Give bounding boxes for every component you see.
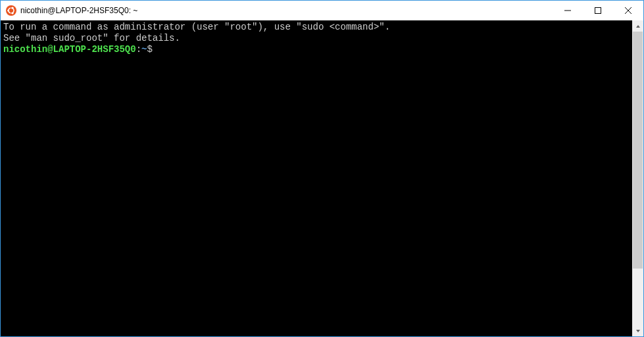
prompt-symbol: $: [147, 44, 152, 55]
svg-rect-4: [595, 8, 601, 14]
close-button[interactable]: [613, 1, 643, 20]
scrollbar-thumb[interactable]: [633, 32, 643, 269]
window-controls: [553, 1, 643, 20]
ubuntu-icon: [6, 5, 16, 16]
terminal-output-line: See "man sudo_root" for details.: [3, 33, 630, 44]
vertical-scrollbar[interactable]: [632, 20, 643, 336]
prompt-user-host: nicothin@LAPTOP-2HSF35Q0: [3, 44, 136, 55]
prompt-separator: :: [136, 44, 141, 55]
terminal[interactable]: To run a command as administrator (user …: [1, 20, 632, 336]
window-frame: nicothin@LAPTOP-2HSF35Q0: ~ To run a com…: [0, 0, 644, 337]
titlebar[interactable]: nicothin@LAPTOP-2HSF35Q0: ~: [1, 1, 643, 20]
terminal-container: To run a command as administrator (user …: [1, 20, 643, 336]
terminal-prompt-line: nicothin@LAPTOP-2HSF35Q0:~$: [3, 44, 630, 55]
minimize-button[interactable]: [553, 1, 583, 20]
maximize-button[interactable]: [583, 1, 613, 20]
scrollbar-down-button[interactable]: [632, 325, 643, 336]
terminal-output-line: To run a command as administrator (user …: [3, 22, 630, 33]
scrollbar-up-button[interactable]: [632, 20, 643, 32]
window-title: nicothin@LAPTOP-2HSF35Q0: ~: [20, 6, 553, 15]
